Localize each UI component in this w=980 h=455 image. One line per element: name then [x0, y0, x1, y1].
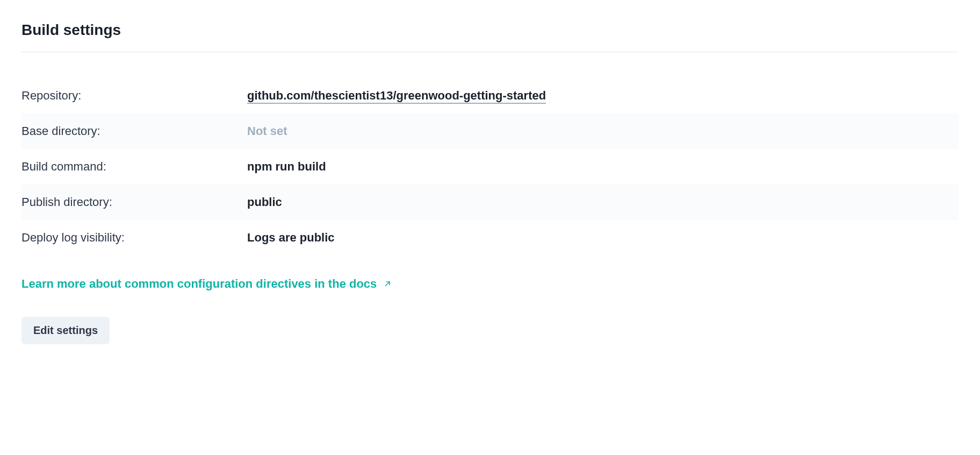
base-directory-label: Base directory: — [21, 124, 247, 138]
learn-more-text: Learn more about common configuration di… — [21, 277, 377, 291]
publish-directory-label: Publish directory: — [21, 195, 247, 209]
deploy-log-visibility-label: Deploy log visibility: — [21, 231, 247, 245]
base-directory-value: Not set — [247, 124, 287, 138]
external-link-icon — [383, 280, 392, 288]
settings-row-base-directory: Base directory: Not set — [21, 113, 959, 149]
edit-settings-button[interactable]: Edit settings — [21, 317, 110, 344]
repository-link[interactable]: github.com/thescientist13/greenwood-gett… — [247, 89, 546, 103]
repository-label: Repository: — [21, 89, 247, 103]
settings-table: Repository: github.com/thescientist13/gr… — [21, 78, 959, 255]
settings-row-deploy-log-visibility: Deploy log visibility: Logs are public — [21, 220, 959, 255]
publish-directory-value: public — [247, 195, 282, 209]
svg-line-0 — [385, 282, 390, 286]
section-title: Build settings — [21, 22, 959, 52]
build-command-value: npm run build — [247, 160, 326, 174]
deploy-log-visibility-value: Logs are public — [247, 231, 335, 245]
build-settings-card: Build settings Repository: github.com/th… — [0, 0, 980, 366]
settings-row-build-command: Build command: npm run build — [21, 149, 959, 184]
build-command-label: Build command: — [21, 160, 247, 174]
learn-more-link[interactable]: Learn more about common configuration di… — [21, 277, 392, 291]
settings-row-publish-directory: Publish directory: public — [21, 184, 959, 220]
settings-row-repository: Repository: github.com/thescientist13/gr… — [21, 78, 959, 113]
